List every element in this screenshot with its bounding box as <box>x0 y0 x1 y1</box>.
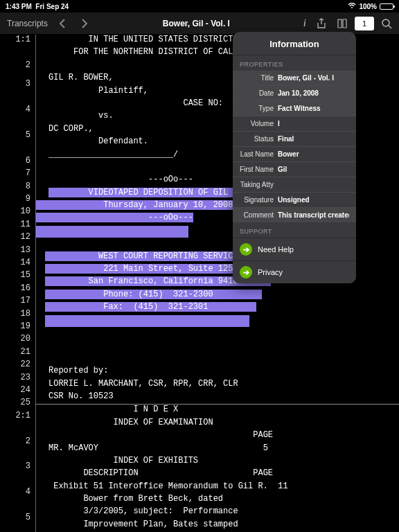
prop-row-lastname[interactable]: Last NameBower <box>233 146 356 161</box>
info-button[interactable]: i <box>301 16 309 30</box>
line: DESCRIPTION PAGE <box>36 468 399 481</box>
page-line-marker: 1:1 <box>0 35 33 44</box>
highlighted-line: Fax: (415) 321-2301 <box>36 302 399 314</box>
prop-row-type[interactable]: TypeFact Witness <box>233 100 356 116</box>
prop-row-title[interactable]: TitleBower, Gil - Vol. I <box>233 71 356 85</box>
page-line-marker: 2:1 <box>0 411 33 420</box>
line: CSR No. 10523 <box>36 391 399 404</box>
line: 3/3/2005, subject: Performance <box>36 506 399 519</box>
prev-page-button[interactable] <box>55 17 71 30</box>
page-number-input[interactable]: 1 <box>355 17 374 30</box>
line-gutter: 1:1 2 3 4 5 6 7 8 9 10 11 12 13 14 15 16… <box>0 35 36 532</box>
line <box>36 328 399 340</box>
line: LORRIE L. MARCHANT, CSR, RPR, CRR, CLR <box>36 379 399 391</box>
line: Reported by: <box>36 366 399 378</box>
prop-row-signature[interactable]: SignatureUnsigned <box>233 192 356 207</box>
line: INDEX OF EXHIBITS <box>36 456 399 468</box>
line: Improvement Plan, Bates stamped <box>36 520 399 532</box>
battery-icon <box>380 3 393 10</box>
highlighted-line: Phone: (415) 321-2300 <box>36 290 399 302</box>
line <box>36 340 399 353</box>
next-page-button[interactable] <box>76 17 92 30</box>
prop-row-comment[interactable]: CommentThis transcript created and <box>233 207 356 222</box>
line: Exhibit 51 Interoffice Memorandum to Gil… <box>36 481 399 494</box>
line: MR. McAVOY 5 <box>36 443 399 456</box>
arrow-right-icon: ➔ <box>240 243 252 256</box>
back-button[interactable]: Transcripts <box>4 17 51 30</box>
bookmark-button[interactable] <box>334 17 351 30</box>
search-button[interactable] <box>378 17 395 30</box>
support-privacy[interactable]: ➔ Privacy <box>233 260 356 283</box>
info-panel: Information PROPERTIES TitleBower, Gil -… <box>233 32 356 283</box>
status-bar: 1:43 PM Fri Sep 24 100% <box>0 0 399 12</box>
share-button[interactable] <box>313 17 330 30</box>
properties-list: TitleBower, Gil - Vol. I DateJan 10, 200… <box>233 71 356 222</box>
prop-row-date[interactable]: DateJan 10, 2008 <box>233 85 356 100</box>
panel-section-properties: PROPERTIES <box>233 55 356 71</box>
status-time: 1:43 PM Fri Sep 24 <box>6 3 69 10</box>
line <box>36 353 399 366</box>
prop-row-status[interactable]: StatusFinal <box>233 131 356 146</box>
panel-section-support: SUPPORT <box>233 222 356 238</box>
support-need-help[interactable]: ➔ Need Help <box>233 238 356 260</box>
prop-row-volume[interactable]: VolumeI <box>233 116 356 131</box>
battery-percent: 100% <box>359 3 377 10</box>
line: PAGE <box>36 430 399 443</box>
prop-row-takingatty[interactable]: Taking Atty <box>233 177 356 192</box>
line: Bower from Brett Beck, dated <box>36 494 399 506</box>
highlighted-line <box>36 315 399 328</box>
prop-row-firstname[interactable]: First NameGil <box>233 161 356 177</box>
svg-point-0 <box>382 19 389 26</box>
wifi-icon <box>348 3 356 10</box>
line: I N D E X <box>36 405 399 417</box>
document-title: Bower, Gil - Vol. I <box>96 19 296 28</box>
line: INDEX OF EXAMINATION <box>36 418 399 430</box>
arrow-right-icon: ➔ <box>240 266 252 278</box>
